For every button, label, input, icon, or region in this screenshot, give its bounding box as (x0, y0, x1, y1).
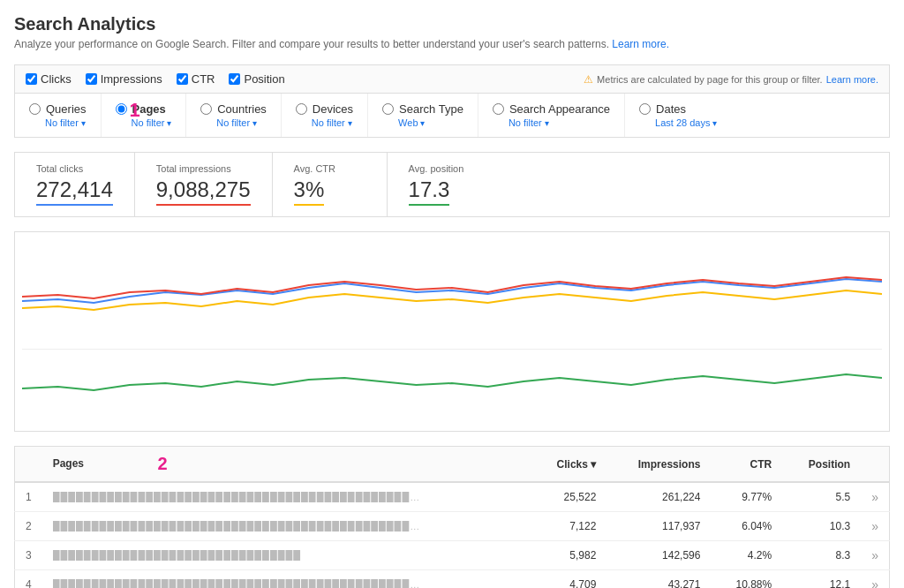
row-number: 2 (15, 512, 42, 541)
page-title: Search Analytics (14, 14, 890, 34)
row-clicks: 7,122 (531, 512, 607, 541)
filter-search-type-radio[interactable] (382, 103, 394, 115)
filter-dates-radio[interactable] (639, 103, 651, 115)
filter-devices-label: Devices (313, 102, 353, 116)
filter-queries-sub[interactable]: No filter (29, 117, 87, 128)
row-clicks: 5,982 (531, 541, 607, 570)
row-page: ████████████████████████████████ (42, 541, 531, 570)
stat-impressions-value: 9,088,275 (156, 177, 251, 206)
filter-queries-radio[interactable] (29, 103, 41, 115)
stat-total-impressions: Total impressions 9,088,275 (135, 153, 273, 216)
col-num (15, 447, 42, 483)
metrics-checkboxes: Clicks Impressions CTR Position (26, 72, 285, 86)
stat-total-clicks: Total clicks 272,414 (15, 153, 135, 216)
row-position: 12.1 (782, 570, 861, 589)
filter-pages-radio[interactable] (116, 103, 127, 115)
col-actions (861, 447, 889, 483)
filter-search-appearance-radio[interactable] (493, 103, 504, 115)
table-row: 3 ████████████████████████████████ 5,982… (15, 541, 890, 570)
expand-icon[interactable]: » (871, 577, 878, 588)
col-position[interactable]: Position (782, 447, 861, 483)
row-expand[interactable]: » (861, 541, 889, 570)
filter-search-appearance[interactable]: Search Appearance No filter (478, 94, 625, 137)
filter-search-type-sub[interactable]: Web (382, 117, 463, 128)
chart-bottom-svg (22, 353, 882, 424)
chart-area (14, 231, 890, 432)
row-page: ████████████████████████████████████████… (42, 512, 531, 541)
learn-more-link-header[interactable]: Learn more. (612, 38, 669, 50)
filter-pages[interactable]: Pages 1 No filter (102, 94, 187, 137)
col-clicks[interactable]: Clicks ▾ (531, 447, 607, 483)
filter-dates[interactable]: Dates Last 28 days (625, 94, 731, 137)
stat-position-label: Avg. position (409, 163, 481, 174)
filter-search-appearance-label: Search Appearance (509, 102, 610, 116)
metric-position[interactable]: Position (229, 72, 284, 86)
expand-icon[interactable]: » (871, 490, 878, 504)
row-clicks: 4,709 (531, 570, 607, 589)
metric-ctr[interactable]: CTR (177, 72, 215, 86)
stat-ctr-value: 3% (294, 177, 365, 206)
stat-ctr-label: Avg. CTR (294, 163, 365, 174)
page-subtitle: Analyze your performance on Google Searc… (14, 38, 890, 50)
metric-impressions[interactable]: Impressions (86, 72, 162, 86)
stat-avg-ctr: Avg. CTR 3% (273, 153, 388, 216)
stat-impressions-label: Total impressions (156, 163, 251, 174)
row-position: 5.5 (782, 482, 861, 512)
metrics-note: ⚠ Metrics are calculated by page for thi… (584, 73, 878, 86)
filter-countries-radio[interactable] (200, 103, 212, 115)
row-ctr: 9.77% (711, 482, 782, 512)
expand-icon[interactable]: » (871, 519, 878, 533)
filter-countries[interactable]: Countries No filter (186, 94, 282, 137)
row-expand[interactable]: » (861, 570, 889, 589)
filter-search-appearance-sub[interactable]: No filter (493, 117, 610, 128)
chart-divider (22, 349, 882, 350)
col-impressions[interactable]: Impressions (606, 447, 711, 483)
chart-bottom (22, 353, 882, 424)
row-position: 8.3 (782, 541, 861, 570)
filter-queries-label: Queries (46, 102, 87, 116)
filter-pages-badge: 1 (130, 99, 140, 122)
filter-devices-radio[interactable] (296, 103, 307, 115)
filter-countries-label: Countries (217, 102, 267, 116)
col-pages: Pages 2 (42, 447, 531, 483)
filter-devices-sub[interactable]: No filter (296, 117, 353, 128)
row-ctr: 6.04% (711, 512, 782, 541)
filter-queries[interactable]: Queries No filter (15, 94, 102, 137)
filter-search-type[interactable]: Search Type Web (368, 94, 478, 137)
row-impressions: 142,596 (606, 541, 711, 570)
filter-countries-sub[interactable]: No filter (200, 117, 267, 128)
stat-clicks-value: 272,414 (36, 177, 113, 206)
filter-dates-sub[interactable]: Last 28 days (639, 117, 717, 128)
filter-devices[interactable]: Devices No filter (282, 94, 368, 137)
filter-search-type-label: Search Type (399, 102, 463, 116)
row-page: ████████████████████████████████████████… (42, 570, 531, 589)
stat-clicks-label: Total clicks (36, 163, 113, 174)
row-ctr: 4.2% (711, 541, 782, 570)
row-impressions: 261,224 (606, 482, 711, 512)
row-position: 10.3 (782, 512, 861, 541)
table-row: 2 ██████████████████████████████████████… (15, 512, 890, 541)
row-expand[interactable]: » (861, 482, 889, 512)
col-ctr[interactable]: CTR (711, 447, 782, 483)
filter-pages-sub[interactable]: No filter (116, 117, 172, 128)
row-impressions: 43,271 (606, 570, 711, 589)
row-number: 1 (15, 482, 42, 512)
table-badge: 2 (157, 454, 167, 473)
row-page: ████████████████████████████████████████… (42, 482, 531, 512)
metrics-bar: Clicks Impressions CTR Position ⚠ Metric… (14, 64, 890, 94)
row-impressions: 117,937 (606, 512, 711, 541)
chart-top (22, 239, 882, 345)
stat-avg-position: Avg. position 17.3 (388, 153, 502, 216)
row-expand[interactable]: » (861, 512, 889, 541)
row-clicks: 25,522 (531, 482, 607, 512)
row-number: 3 (15, 541, 42, 570)
chart-top-svg (22, 239, 882, 345)
metric-clicks[interactable]: Clicks (26, 72, 72, 86)
learn-more-link-metrics[interactable]: Learn more. (826, 74, 878, 85)
filter-dates-label: Dates (656, 102, 686, 116)
data-table: Pages 2 Clicks ▾ Impressions CTR Positio… (14, 446, 890, 588)
table-row: 1 ██████████████████████████████████████… (15, 482, 890, 512)
filter-bar: Queries No filter Pages 1 No filter Coun… (14, 94, 890, 138)
expand-icon[interactable]: » (871, 548, 878, 562)
stat-position-value: 17.3 (409, 177, 481, 206)
